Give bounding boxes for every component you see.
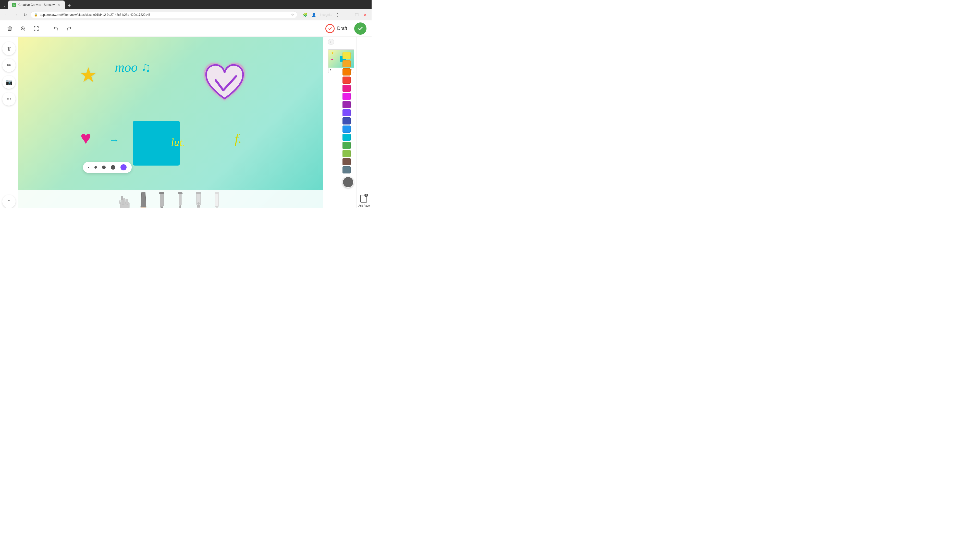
size-sm[interactable] [94,166,97,168]
color-violet[interactable] [342,109,351,116]
svg-rect-20 [160,192,164,206]
arrow-right[interactable]: → [108,134,120,146]
tab-title-text: Creative Canvas - Seesaw [18,3,55,6]
color-red[interactable] [342,76,351,84]
minimize-btn[interactable]: — [345,11,352,18]
back-btn[interactable]: ← [3,11,10,18]
color-pink[interactable] [342,85,351,92]
tab-favicon: S [12,3,16,7]
camera-tool-btn[interactable]: 📷 [2,76,16,89]
page-panel-header: › [326,37,356,47]
size-md[interactable] [102,165,106,169]
tab-menu-btn[interactable]: ⋮ [3,3,6,7]
draft-circle [325,24,334,33]
draft-btn[interactable]: Draft [325,24,347,33]
quote-btn[interactable]: " [2,195,16,208]
text-tool-btn[interactable]: T [2,42,16,55]
close-btn[interactable]: ✕ [361,11,369,18]
magenta-heart[interactable]: ♥ [80,127,91,148]
color-indigo[interactable] [342,118,351,124]
svg-rect-35 [216,206,218,208]
color-green[interactable] [342,142,351,149]
add-page-label: Add Page [359,204,370,207]
svg-rect-25 [180,205,181,208]
size-xs[interactable] [88,167,89,168]
color-purple[interactable] [342,101,351,108]
svg-rect-19 [142,192,142,207]
lock-icon: 🔒 [34,13,38,17]
svg-rect-32 [196,192,201,194]
incognito-text: Incognito [320,13,332,17]
size-lg[interactable] [111,165,115,170]
size-xl[interactable] [121,164,127,170]
bookmark-icon[interactable]: ☆ [291,13,294,17]
extended-yellow-text[interactable]: f. [235,131,242,146]
active-tab[interactable]: S Creative Canvas - Seesaw ✕ [8,0,65,9]
app-toolbar: Draft [0,21,372,37]
panel-collapse-btn[interactable]: › [328,39,334,45]
tab-close-btn[interactable]: ✕ [57,3,61,7]
color-gray[interactable] [342,166,351,173]
restore-btn[interactable]: ❐ [353,11,360,18]
bottom-toolbar [18,190,323,208]
delete-btn[interactable] [5,24,14,33]
svg-rect-37 [215,192,219,194]
url-text: app.seesaw.me/#/item/new/class/class.e01… [40,13,289,17]
svg-marker-17 [141,207,146,208]
svg-rect-12 [123,198,125,205]
add-page-icon [360,194,369,203]
pen-tool-btn[interactable]: ✏ [2,59,16,72]
star-shape[interactable]: ★ [79,65,97,85]
svg-rect-30 [197,205,200,207]
left-toolbar: T ✏ 📷 ••• " [0,37,18,208]
color-brown[interactable] [342,158,351,165]
size-selector [83,162,132,173]
svg-rect-15 [121,196,123,200]
fullscreen-btn[interactable] [32,24,41,33]
redo-btn[interactable] [65,24,74,33]
more-tools-btn[interactable]: ••• [2,92,16,106]
profile-btn[interactable]: 👤 [310,11,317,18]
new-tab-btn[interactable]: + [66,2,73,9]
eraser-tool-btn[interactable] [191,192,206,208]
draft-label: Draft [337,26,347,31]
zoom-in-btn[interactable] [18,24,27,33]
svg-rect-13 [126,199,128,205]
canvas-area[interactable]: ★ moo ♫ [18,37,323,208]
svg-marker-16 [141,192,146,207]
reload-btn[interactable]: ↻ [21,11,29,18]
color-cyan[interactable] [342,134,351,141]
pencil-tool-btn[interactable] [136,192,151,208]
mood-text[interactable]: moo ♫ [115,60,151,75]
selected-color-circle[interactable] [342,176,354,188]
svg-line-1 [24,30,25,30]
svg-rect-14 [119,200,120,204]
svg-rect-24 [179,192,181,205]
yellow-cursive-text[interactable]: lut. [171,136,185,148]
page-number: 1 [330,68,331,72]
marker-tool-btn[interactable] [155,192,169,208]
color-orange[interactable] [342,68,351,76]
extensions-btn[interactable]: 🧩 [301,11,309,18]
color-blue[interactable] [342,125,351,133]
color-orange-light[interactable] [342,60,351,67]
undo-btn[interactable] [51,24,60,33]
color-yellow[interactable] [342,52,351,59]
svg-marker-31 [197,207,200,208]
forward-btn[interactable]: → [12,11,19,18]
chrome-menu-btn[interactable]: ⋮ [334,11,341,18]
address-bar[interactable]: 🔒 app.seesaw.me/#/item/new/class/class.e… [30,11,298,18]
heart-outline-pink[interactable] [199,60,250,108]
brush-tool-btn[interactable] [173,192,187,208]
select-tool-btn[interactable] [117,192,132,208]
color-lime[interactable] [342,150,351,157]
svg-marker-28 [181,192,183,194]
svg-rect-23 [159,192,164,194]
color-palette [342,52,354,188]
svg-rect-34 [215,192,219,206]
submit-btn[interactable] [354,22,366,35]
add-page-btn[interactable]: Add Page [359,194,370,208]
svg-rect-21 [161,206,163,208]
color-magenta[interactable] [342,93,351,100]
chalk-tool-btn[interactable] [210,192,224,208]
